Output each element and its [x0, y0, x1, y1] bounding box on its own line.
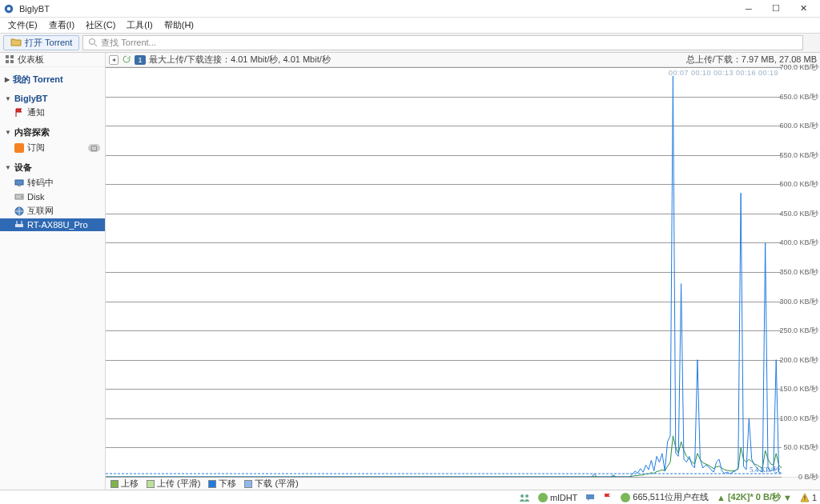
main-pane: ◂ 1 最大上传/下载连接：4.01 Mbit/秒, 4.01 Mbit/秒 总…	[106, 53, 820, 490]
y-axis-label: 650.0 KB/秒	[779, 91, 820, 102]
sidebar-item-subscriptions[interactable]: 订阅 ▢	[0, 140, 105, 155]
sidebar-item-label: 转码中	[27, 177, 54, 189]
y-axis-label: 550.0 KB/秒	[779, 150, 820, 160]
globe-icon	[14, 206, 24, 216]
search-icon	[88, 38, 98, 49]
sidebar-item-router[interactable]: RT-AX88U_Pro	[0, 218, 105, 231]
y-axis-label: 50.0 KB/秒	[783, 442, 820, 453]
y-axis-label: 300.0 KB/秒	[779, 296, 820, 306]
warning-icon	[800, 493, 810, 502]
friends-icon	[519, 493, 530, 502]
disk-icon	[14, 192, 24, 202]
status-friends[interactable]	[519, 493, 530, 502]
chat-icon	[585, 493, 595, 502]
close-button[interactable]: ✕	[790, 1, 817, 17]
y-axis-label: 600.0 KB/秒	[779, 121, 820, 131]
legend-download[interactable]: 下移	[208, 478, 236, 490]
window-title: BiglyBT	[19, 4, 735, 14]
svg-point-1	[7, 6, 10, 10]
toolbar: 打开 Torrent 查找 Torrent...	[0, 34, 820, 53]
status-warnings[interactable]: 1	[800, 493, 817, 502]
sidebar-group-biglybt[interactable]: ▼ BiglyBT	[0, 92, 105, 105]
chart-legend: 上移 上传 (平滑) 下移 下载 (平滑)	[106, 477, 820, 490]
status-level[interactable]: ▲ [42K]* 0 B/秒 ▼	[717, 491, 792, 503]
svg-rect-13	[15, 224, 23, 227]
svg-point-17	[525, 494, 529, 498]
menu-help[interactable]: 帮助(H)	[159, 18, 199, 33]
sidebar-item-label: RT-AX88U_Pro	[27, 220, 88, 230]
status-users[interactable]: 665,511位用户在线	[621, 491, 709, 503]
menu-community[interactable]: 社区(C)	[81, 18, 120, 33]
status-flag[interactable]	[603, 493, 613, 502]
svg-rect-19	[804, 499, 805, 500]
svg-rect-7	[10, 60, 14, 63]
open-torrent-button[interactable]: 打开 Torrent	[3, 35, 79, 50]
chevron-down-icon: ▼	[5, 129, 11, 136]
down-arrow-icon: ▼	[783, 493, 792, 502]
dashboard-icon	[5, 54, 14, 66]
refresh-icon[interactable]	[122, 54, 131, 66]
minimize-button[interactable]: ─	[735, 1, 762, 17]
sidebar-item-label: 订阅	[27, 142, 45, 154]
y-axis-label: 150.0 KB/秒	[779, 384, 820, 394]
sidebar-item-label: Disk	[27, 192, 44, 202]
status-mldht[interactable]: mlDHT	[538, 493, 577, 502]
sidebar-item-label: 互联网	[27, 205, 54, 217]
y-axis-label: 400.0 KB/秒	[779, 238, 820, 248]
svg-point-16	[521, 494, 524, 498]
collapse-left-icon[interactable]: ◂	[109, 55, 119, 65]
svg-rect-9	[18, 186, 21, 186]
flag-icon	[603, 493, 613, 502]
flag-icon	[14, 108, 24, 118]
menu-view[interactable]: 查看(I)	[44, 18, 79, 33]
app-icon	[3, 3, 14, 14]
count-badge: 1	[135, 55, 146, 65]
sidebar-item-internet[interactable]: 互联网	[0, 203, 105, 218]
chevron-down-icon: ▼	[5, 164, 11, 171]
y-axis-label: 450.0 KB/秒	[779, 208, 820, 218]
sidebar-group-discovery[interactable]: ▼ 内容探索	[0, 125, 105, 140]
y-axis-label: 0 B/秒	[798, 472, 820, 482]
chevron-down-icon: ▼	[5, 95, 11, 102]
y-axis-label: 350.0 KB/秒	[779, 267, 820, 278]
legend-upload-smooth[interactable]: 上传 (平滑)	[147, 478, 200, 490]
info-strip: ◂ 1 最大上传/下载连接：4.01 Mbit/秒, 4.01 Mbit/秒 总…	[106, 53, 820, 67]
y-axis-label: 700.0 KB/秒	[779, 62, 820, 73]
maximize-button[interactable]: ☐	[762, 1, 790, 17]
router-icon	[14, 220, 24, 230]
sidebar-item-disk[interactable]: Disk	[0, 190, 105, 203]
titlebar: BiglyBT ─ ☐ ✕	[0, 0, 820, 18]
svg-point-2	[90, 38, 95, 44]
y-axis-label: 500.0 KB/秒	[779, 179, 820, 190]
menu-file[interactable]: 文件(E)	[3, 18, 42, 33]
chart-canvas	[106, 67, 782, 477]
menu-tools[interactable]: 工具(I)	[122, 18, 157, 33]
sidebar: 仪表板 ▶ 我的 Torrent ▼ BiglyBT 通知 ▼ 内	[0, 53, 106, 490]
y-axis-label: 250.0 KB/秒	[779, 326, 820, 336]
svg-rect-6	[6, 60, 9, 63]
legend-upload[interactable]: 上移	[111, 478, 139, 490]
menubar: 文件(E) 查看(I) 社区(C) 工具(I) 帮助(H)	[0, 18, 820, 34]
rss-icon	[14, 143, 24, 153]
max-speed-label: 最大上传/下载连接：4.01 Mbit/秒, 4.01 Mbit/秒	[149, 54, 331, 66]
sidebar-group-label: 我的 Torrent	[13, 74, 63, 86]
legend-download-smooth[interactable]: 下载 (平滑)	[244, 478, 298, 490]
sidebar-item-notifications[interactable]: 通知	[0, 105, 105, 120]
sidebar-item-label: 通知	[27, 106, 45, 118]
sidebar-group-label: BiglyBT	[14, 94, 48, 103]
up-arrow-icon: ▲	[717, 493, 726, 502]
dashboard-label: 仪表板	[18, 54, 44, 66]
add-pill[interactable]: ▢	[88, 144, 100, 152]
sidebar-item-transcoding[interactable]: 转码中	[0, 175, 105, 190]
search-placeholder: 查找 Torrent...	[101, 37, 155, 49]
sidebar-group-label: 设备	[14, 162, 32, 174]
search-input[interactable]: 查找 Torrent...	[82, 35, 803, 50]
dashboard-row[interactable]: 仪表板	[0, 53, 105, 67]
dot-icon	[621, 493, 630, 502]
svg-line-3	[94, 44, 97, 46]
speed-chart: 700.0 KB/秒650.0 KB/秒600.0 KB/秒550.0 KB/秒…	[106, 67, 820, 477]
sidebar-group-mytorrents[interactable]: ▶ 我的 Torrent	[0, 72, 105, 87]
svg-rect-18	[804, 496, 805, 499]
sidebar-group-devices[interactable]: ▼ 设备	[0, 160, 105, 175]
status-chat[interactable]	[585, 493, 595, 502]
